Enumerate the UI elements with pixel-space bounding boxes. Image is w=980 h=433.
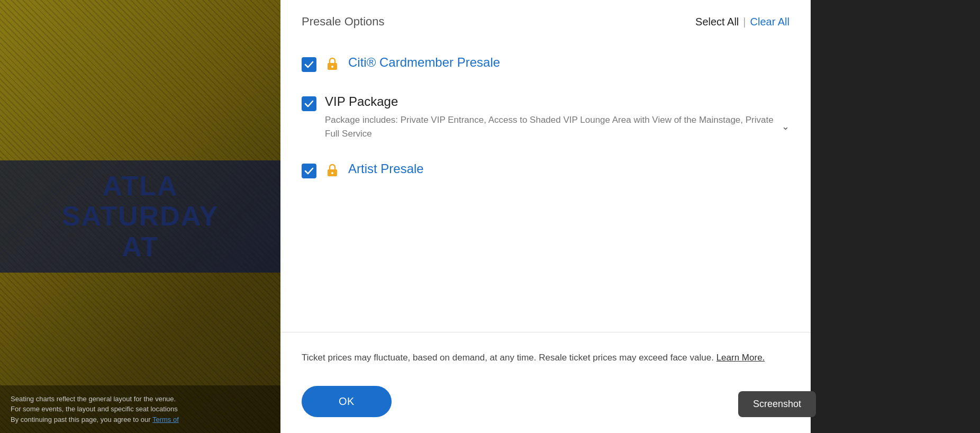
right-panel [811,0,980,433]
disclaimer-text: Ticket prices may fluctuate, based on de… [280,338,811,377]
svg-point-3 [331,172,333,174]
seating-text: Seating charts reflect the general layou… [11,395,176,403]
background-image: ATLASATURDAYAT [0,0,280,433]
seating-text2: For some events, the layout and specific… [11,405,178,413]
option-artist: Artist Presale [302,151,790,190]
lock-icon-citi [325,56,340,73]
checkbox-vip[interactable] [302,96,316,111]
checkbox-wrap-vip[interactable] [302,96,316,111]
artist-presale-link[interactable]: Artist Presale [348,161,424,176]
modal-header: Presale Options Select All | Clear All [280,0,811,39]
modal-title: Presale Options [302,15,385,29]
checkbox-artist[interactable] [302,164,316,178]
svg-point-1 [331,66,333,68]
select-all-button[interactable]: Select All [695,16,739,28]
modal-divider [280,332,811,332]
ok-button[interactable]: OK [302,386,392,417]
citi-presale-link[interactable]: Citi® Cardmember Presale [348,55,500,69]
learn-more-link[interactable]: Learn More. [716,353,765,363]
checkbox-citi[interactable] [302,57,316,72]
vip-description: Package includes: Private VIP Entrance, … [325,113,790,140]
option-citi: Citi® Cardmember Presale [302,44,790,84]
screenshot-button[interactable]: Screenshot [738,391,816,417]
modal-actions: Select All | Clear All [695,16,790,28]
bottom-text: Seating charts reflect the general layou… [0,385,280,434]
checkbox-wrap-citi[interactable] [302,57,316,72]
pipe-divider: | [743,16,746,28]
option-label-citi: Citi® Cardmember Presale [348,55,790,70]
clear-all-button[interactable]: Clear All [750,16,790,28]
lock-icon-artist [325,163,340,179]
vip-label: VIP Package [325,94,398,109]
disclaimer-content: Ticket prices may fluctuate, based on de… [302,353,714,363]
option-label-vip: VIP Package Package includes: Private VI… [325,94,790,140]
option-label-artist: Artist Presale [348,161,790,176]
seating-text3: By continuing past this page, you agree … [11,416,151,423]
terms-link[interactable]: Terms of [152,416,179,423]
presale-options-modal: Presale Options Select All | Clear All [280,0,811,433]
event-text: ATLASATURDAYAT [0,160,280,273]
modal-footer: OK [280,377,811,433]
expand-icon[interactable]: ⌄ [782,120,790,134]
modal-body: Citi® Cardmember Presale VIP Package Pac… [280,39,811,327]
vip-desc-text: Package includes: Private VIP Entrance, … [325,113,777,140]
checkbox-wrap-artist[interactable] [302,164,316,178]
option-vip: VIP Package Package includes: Private VI… [302,84,790,151]
